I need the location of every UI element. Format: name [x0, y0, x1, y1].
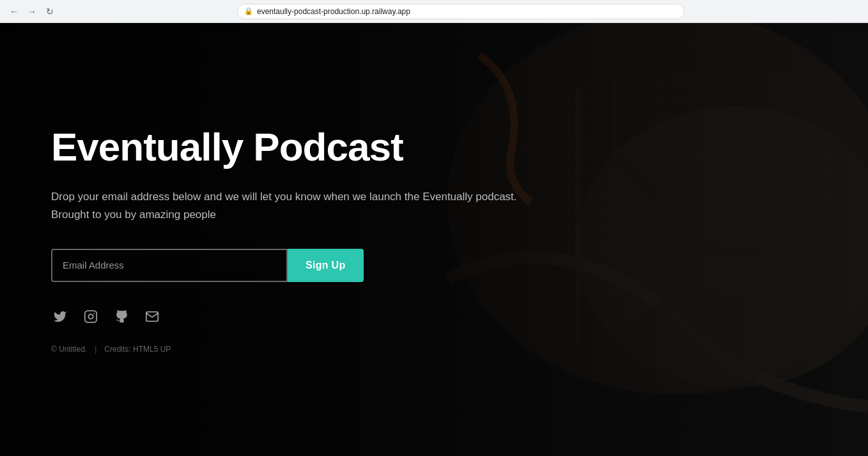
back-button[interactable]: ←	[8, 5, 20, 18]
signup-button[interactable]: Sign Up	[288, 249, 364, 282]
email-input[interactable]	[51, 249, 288, 282]
svg-rect-8	[85, 311, 97, 322]
credits-link[interactable]: Credits: HTML5 UP	[104, 345, 171, 354]
content-wrapper: Eventually Podcast Drop your email addre…	[0, 23, 868, 456]
page-title: Eventually Podcast	[51, 125, 817, 169]
page-content: Eventually Podcast Drop your email addre…	[0, 23, 868, 456]
footer: © Untitled. | Credits: HTML5 UP	[51, 345, 817, 354]
address-bar[interactable]: 🔒 eventaully-podcast-production.up.railw…	[237, 4, 685, 19]
page-subtitle: Drop your email address below and we wil…	[51, 188, 537, 223]
email-icon[interactable]	[143, 308, 161, 326]
signup-form: Sign Up	[51, 249, 817, 282]
reload-button[interactable]: ↻	[43, 5, 56, 18]
forward-button[interactable]: →	[26, 5, 38, 18]
browser-chrome: ← → ↻ 🔒 eventaully-podcast-production.up…	[0, 0, 868, 23]
instagram-icon[interactable]	[82, 308, 100, 326]
url-text: eventaully-podcast-production.up.railway…	[257, 7, 410, 16]
copyright-text: © Untitled.	[51, 345, 87, 354]
github-icon[interactable]	[112, 308, 130, 326]
social-icons-row	[51, 308, 817, 326]
lock-icon: 🔒	[244, 7, 253, 15]
twitter-icon[interactable]	[51, 308, 69, 326]
footer-divider: |	[95, 345, 97, 354]
